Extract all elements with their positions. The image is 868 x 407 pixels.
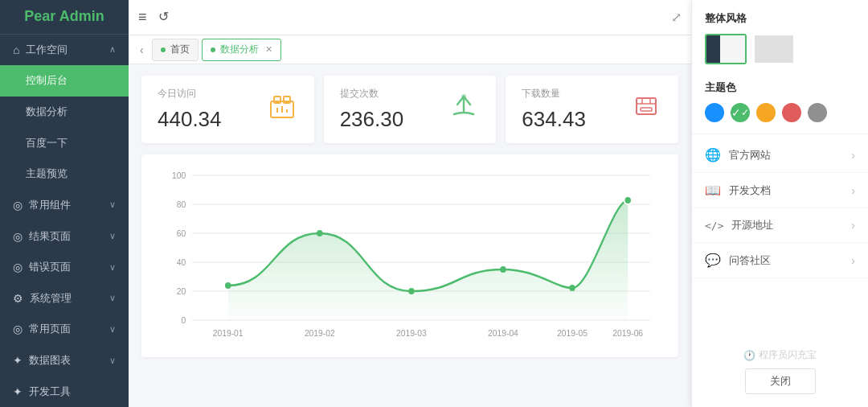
panel-link-official[interactable]: 🌐 官方网站 › bbox=[692, 138, 868, 173]
globe-icon: 🌐 bbox=[705, 147, 721, 162]
sidebar-item-devtools[interactable]: ✦ 开发工具 bbox=[0, 376, 129, 407]
chevron-down-icon: ∨ bbox=[109, 231, 116, 241]
result-icon: ◎ bbox=[13, 230, 23, 243]
svg-rect-7 bbox=[637, 98, 656, 114]
stat-label-visits: 今日访问 bbox=[158, 87, 222, 101]
sidebar-item-components[interactable]: ◎ 常用组件 ∨ bbox=[0, 190, 129, 221]
panel-link-docs[interactable]: 📖 开发文档 › bbox=[692, 173, 868, 208]
color-green[interactable]: ✓ bbox=[731, 103, 750, 122]
sidebar-logo: Pear Admin bbox=[0, 0, 129, 35]
chart-icon: ✦ bbox=[13, 354, 23, 367]
panel-link-label: 问答社区 bbox=[729, 253, 771, 268]
chart-point-5 bbox=[624, 196, 632, 204]
tab-data-analysis[interactable]: 数据分析 ✕ bbox=[202, 39, 281, 61]
svg-point-6 bbox=[461, 94, 466, 99]
common-icon: ◎ bbox=[13, 323, 23, 335]
sidebar-item-label: 数据分析 bbox=[26, 105, 68, 119]
refresh-icon[interactable]: ↺ bbox=[158, 9, 169, 26]
components-icon: ◎ bbox=[13, 199, 23, 212]
chevron-right-icon: › bbox=[851, 149, 855, 162]
svg-text:0: 0 bbox=[182, 315, 186, 325]
style-dark-sidebar[interactable] bbox=[705, 34, 747, 64]
menu-toggle-icon[interactable]: ≡ bbox=[138, 9, 147, 26]
error-icon: ◎ bbox=[13, 261, 23, 273]
stat-value-submissions: 236.30 bbox=[340, 107, 404, 132]
sidebar-item-label: 结果页面 bbox=[29, 229, 71, 244]
sidebar-item-label: 开发工具 bbox=[29, 384, 71, 399]
color-blue[interactable] bbox=[705, 103, 724, 122]
stat-card-downloads: 下载数量 634.43 bbox=[506, 76, 678, 143]
svg-text:20: 20 bbox=[177, 286, 186, 296]
sidebar-item-common[interactable]: ◎ 常用页面 ∨ bbox=[0, 314, 129, 345]
main-area: ≡ ↺ ⤢ ‹ 首页 数据分析 ✕ 今日访问 440.34 bbox=[129, 0, 691, 407]
tab-nav-left[interactable]: ‹ bbox=[135, 40, 149, 60]
sidebar-item-data-analysis[interactable]: 数据分析 bbox=[0, 97, 129, 128]
logo-text: Pear Admin bbox=[24, 8, 104, 25]
tab-label: 数据分析 bbox=[220, 43, 259, 56]
watermark-text: 🕐 程序员闪充宝 bbox=[743, 348, 817, 362]
svg-text:60: 60 bbox=[177, 228, 186, 238]
panel-link-source[interactable]: </> 开源地址 › bbox=[692, 208, 868, 243]
svg-text:2019-03: 2019-03 bbox=[396, 328, 427, 338]
color-gray[interactable] bbox=[808, 103, 827, 122]
chevron-right-icon: › bbox=[851, 254, 855, 267]
svg-rect-11 bbox=[641, 108, 652, 111]
svg-text:2019-05: 2019-05 bbox=[557, 328, 588, 338]
sidebar-item-theme[interactable]: 主题预览 bbox=[0, 158, 129, 190]
color-red[interactable] bbox=[782, 103, 801, 122]
panel-link-label: 开发文档 bbox=[729, 183, 771, 198]
panel-color-title: 主题色 bbox=[705, 80, 855, 95]
system-icon: ⚙ bbox=[13, 292, 23, 305]
chart-point-4 bbox=[569, 285, 575, 291]
close-button[interactable]: 关闭 bbox=[745, 368, 816, 394]
sidebar-item-label: 主题预览 bbox=[26, 166, 68, 181]
book-icon: 📖 bbox=[705, 183, 721, 198]
sidebar-item-label: 错误页面 bbox=[29, 260, 71, 274]
svg-text:40: 40 bbox=[177, 257, 186, 267]
sidebar-item-system[interactable]: ⚙ 系统管理 ∨ bbox=[0, 283, 129, 314]
sidebar-item-label: 数据图表 bbox=[29, 353, 71, 368]
style-light[interactable] bbox=[753, 34, 795, 64]
chat-icon: 💬 bbox=[705, 253, 721, 268]
panel-bottom: 🕐 程序员闪充宝 关闭 bbox=[692, 335, 868, 407]
tab-dot-analysis bbox=[211, 47, 215, 52]
sidebar-item-dashboard[interactable]: 控制后台 bbox=[0, 65, 129, 97]
chart-container: 100 80 60 40 20 0 2019-01 2019-02 2019-0… bbox=[154, 167, 665, 344]
chevron-down-icon: ∨ bbox=[109, 199, 116, 210]
sidebar-item-chart[interactable]: ✦ 数据图表 ∨ bbox=[0, 345, 129, 376]
panel-style-section: 整体风格 bbox=[692, 0, 868, 76]
right-panel: 整体风格 主题色 ✓ 🌐 官方 bbox=[691, 0, 868, 407]
chart-point-2 bbox=[408, 288, 414, 294]
chevron-down-icon: ∨ bbox=[109, 324, 116, 335]
tab-label: 首页 bbox=[170, 43, 190, 56]
sidebar-item-workspace[interactable]: ⌂ 工作空间 ∧ bbox=[0, 35, 129, 66]
panel-style-title: 整体风格 bbox=[705, 11, 855, 26]
sidebar-item-label: 常用组件 bbox=[29, 198, 71, 212]
chart-card: 100 80 60 40 20 0 2019-01 2019-02 2019-0… bbox=[141, 154, 678, 357]
tab-home[interactable]: 首页 bbox=[152, 39, 199, 61]
panel-color-section: 主题色 ✓ bbox=[692, 76, 868, 130]
stat-value-downloads: 634.43 bbox=[522, 107, 586, 132]
sidebar-item-label: 百度一下 bbox=[26, 136, 68, 150]
sidebar-item-result[interactable]: ◎ 结果页面 ∨ bbox=[0, 220, 129, 252]
stat-card-visits: 今日访问 440.34 bbox=[141, 76, 314, 143]
sidebar-item-label: 常用页面 bbox=[29, 322, 71, 336]
close-icon[interactable]: ✕ bbox=[265, 44, 272, 55]
sidebar-item-error[interactable]: ◎ 错误页面 ∨ bbox=[0, 252, 129, 283]
panel-link-qa[interactable]: 💬 问答社区 › bbox=[692, 243, 868, 278]
tab-dot-home bbox=[161, 47, 166, 52]
stat-label-downloads: 下载数量 bbox=[522, 87, 586, 101]
code-icon: </> bbox=[705, 220, 723, 232]
chevron-up-icon: ∧ bbox=[109, 44, 116, 55]
sidebar-item-baidu[interactable]: 百度一下 bbox=[0, 127, 129, 158]
tab-bar: ‹ 首页 数据分析 ✕ bbox=[129, 35, 691, 64]
chevron-right-icon: › bbox=[851, 184, 855, 197]
line-chart: 100 80 60 40 20 0 2019-01 2019-02 2019-0… bbox=[154, 167, 665, 344]
workspace-icon: ⌂ bbox=[13, 43, 19, 56]
expand-icon[interactable]: ⤢ bbox=[671, 10, 682, 25]
chart-point-3 bbox=[500, 266, 506, 273]
color-orange[interactable] bbox=[756, 103, 776, 122]
sidebar-item-label: 系统管理 bbox=[30, 291, 72, 306]
watermark-icon: 🕐 bbox=[743, 350, 755, 361]
svg-text:2019-01: 2019-01 bbox=[213, 328, 244, 338]
